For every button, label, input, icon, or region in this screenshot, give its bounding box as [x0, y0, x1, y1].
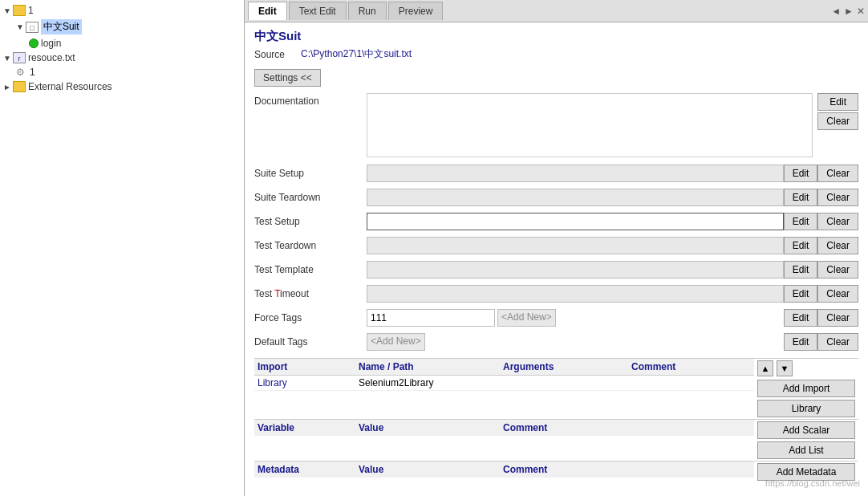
sidebar-item-login[interactable]: login: [29, 36, 61, 51]
variable-value-header: Value: [359, 422, 503, 433]
tab-textedit[interactable]: Text Edit: [289, 2, 347, 20]
nav-right-icon[interactable]: ►: [844, 6, 854, 17]
suite-teardown-field[interactable]: [367, 189, 784, 206]
status-icon: [29, 39, 39, 48]
test-template-input-area: [367, 261, 784, 278]
test-template-row: Test Template Edit Clear: [254, 258, 858, 281]
import-section: Import Name / Path Arguments Comment Lib…: [254, 358, 858, 419]
source-label: Source: [254, 49, 285, 60]
doc-textarea[interactable]: [367, 93, 813, 157]
sidebar-item-gear[interactable]: ⚙ 1: [16, 65, 35, 79]
import-args-header: Arguments: [503, 361, 631, 372]
test-template-edit-button[interactable]: Edit: [784, 261, 818, 278]
sidebar-item-label: resouce.txt: [28, 52, 75, 63]
main-panel: Edit Text Edit Run Preview ◄ ► ✕ 中文Suit …: [245, 0, 868, 496]
force-tags-value[interactable]: [367, 309, 495, 327]
add-import-button[interactable]: Add Import: [757, 380, 855, 397]
add-metadata-button[interactable]: Add Metadata: [757, 463, 855, 481]
test-teardown-edit-button[interactable]: Edit: [784, 237, 818, 254]
expand-arrow: ▼: [3, 6, 11, 15]
add-scalar-button[interactable]: Add Scalar: [757, 421, 855, 439]
expand-arrow: ▼: [3, 54, 11, 63]
force-tags-row: Force Tags <Add New> Edit Clear: [254, 307, 858, 329]
test-timeout-field[interactable]: [367, 285, 784, 303]
suite-header: 中文Suit Source C:\Python27\1\中文suit.txt: [245, 22, 868, 69]
metadata-comment-header: Comment: [503, 464, 754, 475]
test-setup-field[interactable]: [367, 213, 784, 230]
import-data-row: Library Selenium2Library: [254, 376, 754, 391]
settings-toggle[interactable]: Settings <<: [254, 69, 321, 87]
import-table: Import Name / Path Arguments Comment Lib…: [254, 359, 858, 419]
variable-col-header: Variable: [254, 422, 359, 433]
suite-teardown-clear-button[interactable]: Clear: [817, 189, 858, 206]
test-timeout-label: Test Timeout: [254, 288, 367, 299]
metadata-header-row: Metadata Value Comment: [254, 461, 754, 478]
sidebar-item-label: 1: [30, 67, 35, 78]
test-teardown-clear-button[interactable]: Clear: [817, 237, 858, 254]
sidebar-item-suite[interactable]: ▼ □ 中文Suit: [16, 18, 241, 36]
force-tags-edit-button[interactable]: Edit: [784, 309, 818, 327]
folder-icon: [13, 81, 26, 92]
default-tags-add-new[interactable]: <Add New>: [367, 333, 425, 351]
suite-teardown-input-area: [367, 189, 784, 206]
tab-run[interactable]: Run: [348, 2, 387, 20]
default-tags-clear-button[interactable]: Clear: [817, 333, 858, 351]
tab-nav-arrows[interactable]: ◄ ► ✕: [831, 6, 865, 17]
scroll-down-button[interactable]: ▼: [777, 360, 793, 376]
expand-arrow: ►: [3, 83, 11, 91]
test-template-clear-button[interactable]: Clear: [817, 261, 858, 278]
test-setup-label: Test Setup: [254, 216, 367, 227]
content-panel: 中文Suit Source C:\Python27\1\中文suit.txt S…: [245, 22, 868, 496]
test-teardown-field[interactable]: [367, 237, 784, 254]
test-template-field[interactable]: [367, 261, 784, 278]
test-teardown-label: Test Teardown: [254, 240, 367, 251]
import-type: Library: [254, 377, 359, 388]
sidebar-item-label: 中文Suit: [41, 19, 82, 35]
force-tags-clear-button[interactable]: Clear: [817, 309, 858, 327]
test-timeout-edit-button[interactable]: Edit: [784, 285, 818, 303]
metadata-col-header: Metadata: [254, 464, 359, 475]
sidebar-item-root[interactable]: ▼ 1: [3, 3, 241, 18]
force-tags-add-new[interactable]: <Add New>: [497, 309, 556, 327]
suite-setup-input-area: [367, 165, 784, 182]
suite-setup-clear-button[interactable]: Clear: [817, 165, 858, 182]
test-template-label: Test Template: [254, 264, 367, 275]
metadata-table: Metadata Value Comment Add Metadata: [254, 461, 858, 496]
settings-panel: Settings << Documentation Edit Clear Sui…: [245, 69, 868, 496]
scroll-up-button[interactable]: ▲: [757, 360, 773, 376]
suite-setup-edit-button[interactable]: Edit: [784, 165, 818, 182]
import-name-header: Name / Path: [359, 361, 503, 372]
suite-teardown-row: Suite Teardown Edit Clear: [254, 186, 858, 209]
sidebar-item-external[interactable]: ► External Resources: [3, 79, 241, 94]
default-tags-row: Default Tags <Add New> Edit Clear: [254, 331, 858, 353]
tab-edit[interactable]: Edit: [248, 2, 287, 20]
test-timeout-clear-button[interactable]: Clear: [817, 285, 858, 303]
default-tags-edit-button[interactable]: Edit: [784, 333, 818, 351]
suite-teardown-edit-button[interactable]: Edit: [784, 189, 818, 206]
nav-left-icon[interactable]: ◄: [831, 6, 841, 17]
library-button[interactable]: Library: [757, 400, 855, 417]
test-setup-clear-button[interactable]: Clear: [817, 213, 858, 230]
doc-clear-button[interactable]: Clear: [817, 112, 858, 130]
source-row: Source C:\Python27\1\中文suit.txt: [254, 47, 858, 61]
tab-preview[interactable]: Preview: [388, 2, 444, 20]
suite-setup-label: Suite Setup: [254, 168, 367, 179]
folder-icon: [13, 5, 26, 16]
expand-arrow: ▼: [16, 22, 24, 31]
doc-edit-button[interactable]: Edit: [817, 93, 858, 111]
sidebar-item-resource[interactable]: ▼ r resouce.txt: [3, 51, 241, 65]
import-col-header: Import: [254, 361, 359, 372]
test-setup-edit-button[interactable]: Edit: [784, 213, 818, 230]
nav-close-icon[interactable]: ✕: [857, 6, 865, 17]
test-timeout-input-area: [367, 285, 784, 303]
metadata-empty-row: [254, 478, 754, 496]
resource-icon: r: [13, 52, 26, 63]
suite-icon: □: [26, 22, 39, 33]
source-value: C:\Python27\1\中文suit.txt: [301, 47, 412, 61]
gear-icon: ⚙: [16, 67, 27, 78]
add-list-button[interactable]: Add List: [757, 441, 855, 459]
import-scroll-controls: ▲ ▼: [757, 360, 793, 376]
doc-label: Documentation: [254, 93, 367, 107]
sidebar-item-label: login: [41, 38, 61, 49]
suite-setup-field[interactable]: [367, 165, 784, 182]
